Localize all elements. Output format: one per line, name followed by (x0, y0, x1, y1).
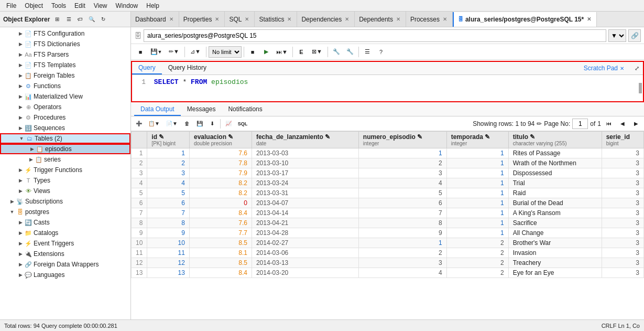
dt-add-btn[interactable]: ➕ (133, 118, 145, 130)
tab-dependencies[interactable]: Dependencies ✕ (297, 12, 355, 27)
qt-run-btn[interactable]: ▶ (260, 46, 272, 58)
sidebar-item-functions[interactable]: ▶ ⚙ Functions (0, 81, 130, 91)
col-header-temporada[interactable]: temporada ✎ integer (446, 132, 508, 148)
dt-paste-btn[interactable]: 📄▼ (163, 118, 180, 130)
table-row[interactable]: 6 6 0 2013-04-07 6 1 Burial of the Dead … (132, 198, 644, 208)
tab-dependents[interactable]: Dependents ✕ (355, 12, 406, 27)
explorer-icon-grid[interactable]: ⊞ (52, 14, 62, 25)
table-row[interactable]: 12 12 8.5 2014-03-13 3 2 Treachery 3 (132, 258, 644, 268)
address-action-btn[interactable]: 🔗 (628, 29, 641, 42)
dt-chart-btn[interactable]: 📈 (223, 118, 234, 130)
list-item[interactable]: ▶ ⊕ Operators (0, 102, 130, 112)
sql-editor[interactable]: 1 SELECT * FROM episodios (132, 75, 643, 101)
table-row[interactable]: 11 11 8.1 2014-03-06 2 2 Invasion 3 (132, 248, 644, 258)
tab-data-output[interactable]: Data Output (134, 103, 181, 116)
page-no-input[interactable] (572, 119, 588, 129)
menu-object[interactable]: Object (20, 1, 47, 10)
menu-help[interactable]: Help (142, 1, 163, 10)
dt-copy-btn[interactable]: 📋▼ (146, 118, 162, 130)
scratch-pad-close[interactable]: ✕ (620, 66, 624, 71)
sidebar-item-series[interactable]: ▶ 📋 series (0, 154, 130, 165)
col-header-titulo[interactable]: titulo ✎ character varying (255) (508, 132, 602, 148)
menu-tools[interactable]: Tools (47, 1, 70, 10)
qt-stop-btn[interactable]: ■ (134, 46, 147, 58)
dt-download-btn[interactable]: ⬇ (206, 118, 218, 130)
qt-stop2-btn[interactable]: ■ (246, 46, 259, 58)
table-row[interactable]: 4 4 8.2 2013-03-24 4 1 Trial 3 (132, 178, 644, 188)
list-item[interactable]: ▶ ⚡ Event Triggers (0, 238, 130, 249)
tab-query-history[interactable]: Query History (162, 62, 213, 74)
tab-messages[interactable]: Messages (181, 103, 222, 116)
list-item[interactable]: ▶ 📋 Foreign Tables (0, 70, 130, 81)
tab-dashboard[interactable]: Dashboard ✕ (131, 12, 179, 27)
tab-close-dependencies[interactable]: ✕ (344, 16, 350, 22)
list-item[interactable]: ▶ 📄 FTS Configuration (0, 28, 130, 39)
list-item[interactable]: ▶ 🔗 Foreign Data Wrappers (0, 259, 130, 270)
sidebar-item-tables[interactable]: ▼ 🗂 Tables (2) (0, 133, 130, 144)
table-row[interactable]: 13 13 8.4 2014-03-20 4 2 Eye for an Eye … (132, 268, 644, 278)
qt-macro2-btn[interactable]: 🔧 (344, 46, 356, 58)
menu-window[interactable]: Window (112, 1, 143, 10)
sidebar-item-episodios[interactable]: ▶ 📋 episodios (0, 144, 130, 154)
tab-query-editor[interactable]: Query (132, 62, 162, 74)
qt-list-btn[interactable]: ☰ (361, 46, 374, 58)
tab-close-statistics[interactable]: ✕ (286, 16, 292, 22)
qt-macro-btn[interactable]: 🔧 (330, 46, 343, 58)
list-item[interactable]: ▶ 💬 Languages (0, 270, 130, 280)
tab-notifications[interactable]: Notifications (222, 103, 268, 116)
explorer-icon-refresh[interactable]: ↻ (98, 14, 108, 25)
table-row[interactable]: 2 2 7.8 2013-03-10 2 1 Wrath of the Nort… (132, 158, 644, 168)
col-header-serie-id[interactable]: serie_id bigint (602, 132, 643, 148)
explorer-icon-list[interactable]: ☰ (63, 14, 74, 25)
table-row[interactable]: 8 8 7.6 2013-04-21 8 1 Sacrifice 3 (132, 218, 644, 228)
table-row[interactable]: 5 5 8.2 2013-03-31 5 1 Raid 3 (132, 188, 644, 198)
table-row[interactable]: 9 9 7.7 2013-04-28 9 1 All Change 3 (132, 228, 644, 238)
dt-save-btn[interactable]: 💾 (194, 118, 205, 130)
qt-explain-btn[interactable]: E (295, 46, 308, 58)
table-row[interactable]: 10 10 8.5 2014-02-27 1 2 Brother's War 3 (132, 238, 644, 248)
list-item[interactable]: ▶ T Types (0, 175, 130, 186)
list-item[interactable]: ▶ 🔢 Sequences (0, 123, 130, 133)
table-row[interactable]: 3 3 7.9 2013-03-17 3 1 Dispossessed 3 (132, 168, 644, 178)
sidebar-item-casts[interactable]: ▶ 🔄 Casts (0, 217, 130, 228)
menu-file[interactable]: File (2, 1, 20, 10)
list-item[interactable]: ▶ 📡 Subscriptions (0, 196, 130, 207)
col-header-num-ep[interactable]: numero_episodio ✎ integer (358, 132, 446, 148)
address-input[interactable] (144, 29, 606, 42)
dt-delete-btn[interactable]: 🗑 (181, 118, 193, 130)
tab-close-sql[interactable]: ✕ (244, 16, 250, 22)
scratch-pad-btn[interactable]: Scratch Pad ✕ (577, 62, 630, 74)
list-item[interactable]: ▼ 🗄 postgres (0, 207, 130, 217)
dt-first-btn[interactable]: ⏮ (603, 118, 615, 130)
dt-next-btn[interactable]: ▶ (630, 118, 642, 130)
limit-select[interactable]: No limit 100 1000 (209, 46, 242, 58)
menu-edit[interactable]: Edit (70, 1, 90, 10)
address-dropdown[interactable]: ▼ (608, 29, 626, 42)
tab-sql[interactable]: SQL ✕ (225, 12, 255, 27)
menu-view[interactable]: View (90, 1, 112, 10)
qt-commit-btn[interactable]: ⊠▼ (309, 46, 325, 58)
explorer-icon-search[interactable]: 🔍 (86, 14, 97, 25)
qt-step-btn[interactable]: ⏭▼ (274, 46, 290, 58)
dt-sql-btn[interactable]: SQL (235, 118, 250, 130)
tab-close-properties[interactable]: ✕ (214, 16, 220, 22)
qt-pen-btn[interactable]: ✏▼ (166, 46, 182, 58)
table-row[interactable]: 7 7 8.4 2013-04-14 7 1 A King's Ransom 3 (132, 208, 644, 218)
sidebar-item-procedures[interactable]: ▶ ⚙ Procedures (0, 112, 130, 123)
table-row[interactable]: 1 1 7.6 2013-03-03 1 1 Rites of Passage … (132, 148, 644, 158)
tab-close-dashboard[interactable]: ✕ (168, 16, 174, 22)
tab-properties[interactable]: Properties ✕ (179, 12, 225, 27)
list-item[interactable]: ▶ 🔌 Extensions (0, 249, 130, 259)
list-item[interactable]: ▶ 📊 Materialized View (0, 91, 130, 102)
tab-close-query[interactable]: ✕ (586, 16, 592, 22)
qt-save-btn[interactable]: 💾▼ (148, 46, 165, 58)
expand-editor-btn[interactable]: ⤢ (630, 62, 643, 74)
list-item[interactable]: ▶ 👁 Views (0, 186, 130, 196)
tab-close-dependents[interactable]: ✕ (395, 16, 401, 22)
dt-prev-btn[interactable]: ◀ (617, 118, 628, 130)
col-header-evaluacion[interactable]: evaluacion ✎ double precision (189, 132, 252, 148)
list-item[interactable]: ▶ Aa FTS Parsers (0, 49, 130, 60)
list-item[interactable]: ▶ ⚡ Trigger Functions (0, 165, 130, 175)
edit-icon[interactable]: ✏ (537, 120, 542, 127)
list-item[interactable]: ▶ 📁 Catalogs (0, 228, 130, 238)
